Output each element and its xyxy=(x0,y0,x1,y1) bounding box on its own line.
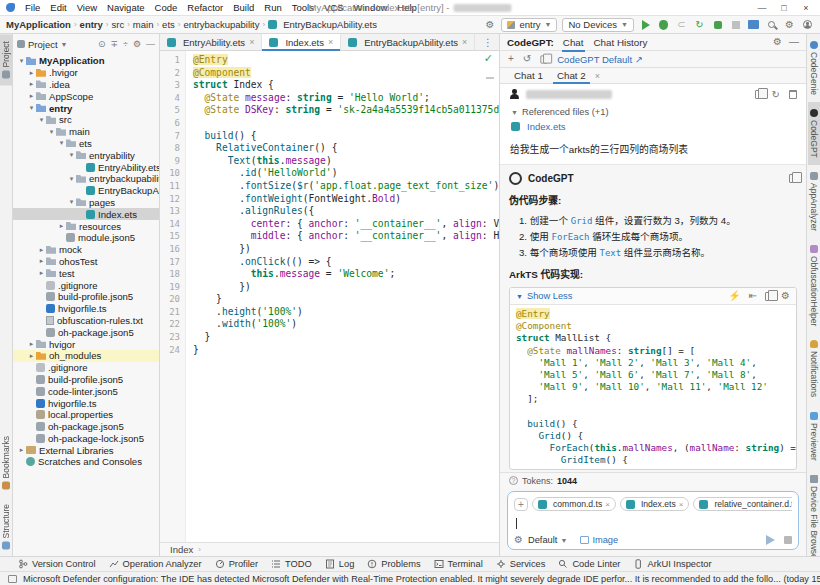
search-icon[interactable] xyxy=(765,18,778,31)
tree-item[interactable]: hvigorfile.ts xyxy=(13,303,159,315)
project-view-selector[interactable]: Project ▼ xyxy=(17,39,68,50)
device-selector[interactable]: No Devices ▼ xyxy=(562,18,634,32)
module-selector[interactable]: entry ▼ xyxy=(501,18,557,32)
tree-item[interactable]: ▸.hvigor xyxy=(13,67,159,79)
tree-item[interactable]: oh-package.json5 xyxy=(13,326,159,338)
close-tab-icon[interactable]: × xyxy=(328,37,333,47)
toolwindow-problems[interactable]: Problems xyxy=(367,559,420,569)
locate-file-icon[interactable]: ⊙ xyxy=(98,39,106,49)
panel-toggle-icon[interactable] xyxy=(8,575,17,583)
remove-chip-icon[interactable]: × xyxy=(605,500,610,509)
add-context-icon[interactable]: + xyxy=(514,498,528,511)
status-message[interactable]: Microsoft Defender configuration: The ID… xyxy=(23,574,820,584)
sidebar-item-notifications[interactable]: Notifications xyxy=(808,333,820,404)
copy-icon[interactable] xyxy=(755,90,763,99)
toolwindow-version-control[interactable]: Version Control xyxy=(18,559,96,569)
toolwindow-operation-analyzer[interactable]: Operation Analyzer xyxy=(109,559,202,569)
editor-tab-index-ets[interactable]: Index.ets× xyxy=(262,34,341,50)
toolwindow-services[interactable]: Services xyxy=(496,559,546,569)
tree-item[interactable]: ▾main xyxy=(13,126,159,138)
tree-item[interactable]: EntryAbility.ets xyxy=(13,161,159,173)
tree-item[interactable]: build-profile.json5 xyxy=(13,291,159,303)
toolwindow-arkui-inspector[interactable]: ArkUI Inspector xyxy=(633,559,711,569)
breadcrumb-item[interactable]: entry xyxy=(80,19,103,30)
coverage-icon[interactable]: ⊂ xyxy=(675,18,688,31)
breadcrumb-item[interactable]: entrybackupability xyxy=(183,19,259,30)
chat-tab-chat-1[interactable]: Chat 1 xyxy=(508,69,549,83)
tree-item[interactable]: build-profile.json5 xyxy=(13,374,159,386)
code-block-content[interactable]: @Entry@Componentstruct MallList { @State… xyxy=(510,305,796,469)
remove-chip-icon[interactable]: × xyxy=(679,500,684,509)
tree-item[interactable]: ▾entryability xyxy=(13,149,159,161)
history-back-icon[interactable]: ↺ xyxy=(523,54,531,64)
stop-icon[interactable] xyxy=(784,536,792,544)
hide-panel-icon[interactable]: — xyxy=(146,39,155,49)
menu-item[interactable]: Navigate xyxy=(102,1,150,14)
more-options-icon[interactable]: ⋮ xyxy=(477,34,499,50)
settings-icon[interactable]: ⚙ xyxy=(783,18,796,31)
hide-panel-icon[interactable]: — xyxy=(789,37,799,47)
referenced-files-toggle[interactable]: ▼ Referenced files (+1) xyxy=(511,107,797,117)
tree-item[interactable]: Scratches and Consoles xyxy=(13,456,159,468)
breadcrumb-item[interactable]: src xyxy=(112,19,125,30)
breadcrumb-item[interactable]: ets xyxy=(162,19,175,30)
context-chip[interactable]: relative_container.d.ts xyxy=(693,497,792,511)
gear-icon[interactable]: ⚙ xyxy=(483,18,496,31)
tree-item[interactable]: obfuscation-rules.txt xyxy=(13,315,159,327)
tree-item[interactable]: ▾MyApplication xyxy=(13,55,159,67)
tree-item[interactable]: ▸.idea xyxy=(13,79,159,91)
show-less-link[interactable]: Show Less xyxy=(527,291,572,301)
tab-chat[interactable]: Chat xyxy=(562,35,585,50)
tree-item[interactable]: ▾pages xyxy=(13,197,159,209)
tree-item[interactable]: ▾entry xyxy=(13,102,159,114)
stop-icon[interactable] xyxy=(729,18,742,31)
menu-item[interactable]: Code xyxy=(150,1,183,14)
debug-icon[interactable] xyxy=(657,18,670,31)
sidebar-item-project[interactable]: Project xyxy=(0,34,12,85)
run-icon[interactable] xyxy=(639,18,652,31)
toolwindow-code-linter[interactable]: Code Linter xyxy=(558,559,620,569)
collapse-all-icon[interactable]: ∓ xyxy=(110,39,118,49)
menu-item[interactable]: Refactor xyxy=(182,1,228,14)
tree-item[interactable]: oh-package.json5 xyxy=(13,421,159,433)
close-tab-icon[interactable]: × xyxy=(249,37,254,47)
tree-item[interactable]: EntryBackupAbility.ets xyxy=(13,185,159,197)
tree-item[interactable]: Index.ets xyxy=(13,208,159,220)
sidebar-item-bookmarks[interactable]: Bookmarks xyxy=(0,429,12,497)
tree-item[interactable]: ▾src xyxy=(13,114,159,126)
sidebar-item-codegenie[interactable]: CodeGenie xyxy=(808,34,820,102)
chat-scroll-area[interactable]: ↻ ▼ Referenced files (+1) Index.ets 给我生成… xyxy=(500,84,806,472)
editor-tab-entryability-ets[interactable]: EntryAbility.ets× xyxy=(160,34,262,50)
inspection-ok-icon[interactable]: ✓ xyxy=(484,53,493,64)
code-content[interactable]: @Entry@Componentstruct Index { @State me… xyxy=(186,51,499,542)
referenced-file-link[interactable]: Index.ets xyxy=(511,121,797,132)
code-editor[interactable]: 123456789101112131415161718192021222324 … xyxy=(160,51,499,542)
toolwindow-profiler[interactable]: Profiler xyxy=(215,559,258,569)
menu-item[interactable]: Edit xyxy=(45,1,71,14)
toolwindow-terminal[interactable]: Terminal xyxy=(434,559,483,569)
tree-item[interactable]: ▾entrybackupability xyxy=(13,173,159,185)
send-icon[interactable] xyxy=(766,535,775,545)
close-tab-icon[interactable]: × xyxy=(462,37,467,47)
breadcrumb-item[interactable]: main xyxy=(133,19,154,30)
tree-item[interactable]: local.properties xyxy=(13,409,159,421)
restart-icon[interactable]: ↻ xyxy=(693,18,706,31)
tree-item[interactable]: oh-package-lock.json5 xyxy=(13,433,159,445)
tree-item[interactable]: ▸hvigor xyxy=(13,338,159,350)
gear-icon[interactable]: ⚙ xyxy=(781,291,790,301)
copy-icon[interactable] xyxy=(789,174,797,183)
tree-item[interactable]: ▸resources xyxy=(13,220,159,232)
gear-icon[interactable]: ⚙ xyxy=(773,37,782,47)
attach-image-button[interactable]: Image xyxy=(580,535,618,545)
tab-chat-history[interactable]: Chat History xyxy=(593,35,649,50)
gear-icon[interactable]: ⚙ xyxy=(133,39,141,49)
breadcrumb-item[interactable]: MyApplication xyxy=(6,19,71,30)
tree-item[interactable]: ▸External Libraries xyxy=(13,444,159,456)
breadcrumb-item[interactable]: EntryBackupAbility.ets xyxy=(268,19,377,30)
close-button[interactable]: × xyxy=(796,3,816,13)
menu-item[interactable]: Build xyxy=(228,1,259,14)
help-icon[interactable]: ? xyxy=(509,476,518,485)
copy-icon[interactable] xyxy=(765,292,773,301)
sidebar-item-obfuscationhelper[interactable]: ObfuscationHelper xyxy=(808,238,820,333)
toolwindow-log[interactable]: Log xyxy=(325,559,355,569)
